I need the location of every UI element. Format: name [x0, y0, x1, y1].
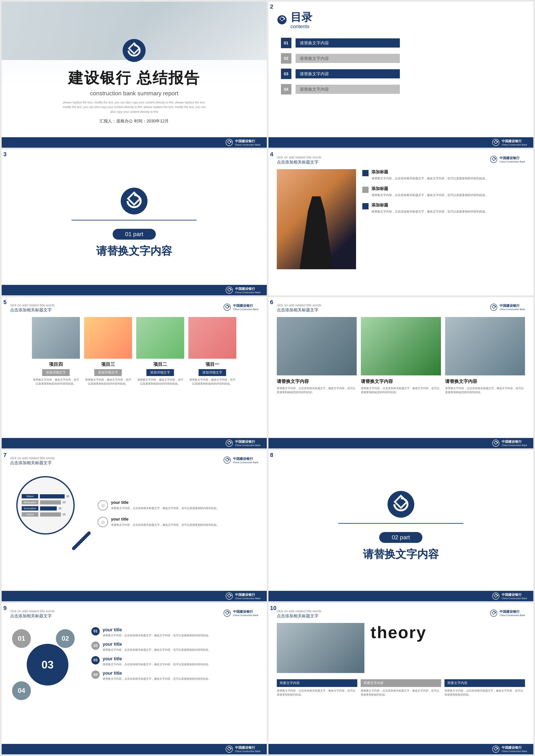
bar-label-motivation: Motivation	[22, 500, 38, 504]
brand-cn: 中国建设银行	[233, 610, 253, 614]
photo-title-1: 请替换文字内容	[277, 378, 357, 384]
slide2-footer: 中国建设银行 China Construction Bank	[268, 137, 534, 148]
block-title-1: 添加标题	[372, 169, 488, 175]
slide1-main-title: 建设银行 总结报告	[68, 68, 200, 88]
slide8-part-title: 请替换文字内容	[363, 547, 439, 562]
circle-center: 03	[27, 644, 69, 686]
slide2-brand: 中国建设银行 China Construction Bank	[492, 139, 527, 146]
brand-cn: 中国建设银行	[499, 610, 520, 614]
brand-cn: 中国建设银行	[502, 745, 521, 750]
content-block-2: 添加标题 请替换文字内容，点击添加相关标题文字，修改文字内容，也可以直接复制的内…	[362, 186, 525, 197]
slide-9: 9 click on add related title words 点击添加相…	[2, 603, 267, 754]
bar-fill-innovation	[40, 506, 57, 511]
photo-card-3: 请替换文字内容 请替换文字内容，点击添加相关标题文字，修改文字内容，也可以直接复…	[445, 317, 525, 394]
project-card-3: 项目三 添加详细文字 请替换文字内容，修改文字内容，也可以直接复制粘贴你的内容到…	[84, 317, 132, 386]
content-block-3: 添加标题 请替换文字内容，点击添加相关标题文字，修改文字内容，也可以直接复制的内…	[362, 202, 525, 214]
silhouette-icon	[296, 196, 337, 269]
slide-1: 建设银行 总结报告 construction bank summary repo…	[2, 2, 267, 148]
brand-en: China Construction Bank	[499, 614, 525, 616]
brand-cn: 中国建设银行	[502, 593, 521, 597]
slide7-brand-footer: 中国建设银行 China Construction Bank	[225, 592, 261, 600]
brand-cn: 中国建设银行	[502, 139, 521, 144]
slide10-brand: 中国建设银行 China Construction Bank	[490, 609, 525, 617]
num-block-1: 01 your title 请替换文字内容，点击添加相关标题文字，修改文字内容，…	[91, 627, 258, 637]
slide9-footer: 中国建设银行 China Construction Bank	[2, 744, 267, 754]
project-desc-2: 请替换文字内容，修改文字内容，也可以直接复制粘贴你的内容到此处。	[136, 378, 184, 386]
ccb-brand-logo-icon	[490, 609, 497, 617]
ccb-brand-logo-icon	[223, 303, 231, 311]
slide4-title-cn: 点击添加相关标题文字	[277, 159, 322, 165]
slide-8: 8 02 part 请替换文字内容 中国建设银行 China Construct…	[268, 450, 534, 601]
project-img-3	[84, 317, 132, 359]
photo-title-2: 请替换文字内容	[361, 378, 441, 384]
project-btn-3: 添加详细文字	[94, 369, 122, 376]
slide9-brand-footer: 中国建设银行 China Construction Bank	[225, 745, 261, 753]
photo-title-3: 请替换文字内容	[445, 378, 525, 384]
slide8-number: 8	[270, 452, 273, 459]
photo-desc-3: 请替换文字内容，点击添加相关标题文字，修改文字内容，也可以直接复制粘贴您的内容到…	[445, 386, 525, 394]
slide1-logo	[122, 38, 147, 64]
magnifier-circle: Vision 30 Motivation 25 Innovation 20 Ac…	[16, 476, 75, 535]
block-desc-2: 请替换文字内容，点击添加相关标题文字，修改文字内容，也可以直接复制的内容到此处。	[372, 193, 488, 197]
slide10-left	[277, 623, 364, 675]
circle-diagram: 03 01 02 04	[10, 627, 85, 702]
content-block-1: 添加标题 请替换文字内容，点击添加相关标题文字，修改文字内容，也可以直接复制的内…	[362, 169, 525, 181]
num-title-2: your title	[103, 641, 211, 647]
photo-card-2: 请替换文字内容 请替换文字内容，点击添加相关标题文字，修改文字内容，也可以直接复…	[361, 317, 441, 394]
ccb-brand-logo-icon	[225, 439, 233, 447]
slide5-projects: 项目四 添加详细文字 请替换文字内容，修改文字内容，也可以直接复制粘贴你的内容到…	[10, 317, 258, 386]
slide4-right-content: 添加标题 请替换文字内容，点击添加相关标题文字，修改文字内容，也可以直接复制的内…	[362, 169, 525, 269]
num-desc-4: 请替换文字内容，点击添加相关标题文字，修改文字内容，也可以直接复制的内容到此处。	[103, 677, 211, 681]
slide-7: 7 click on add related title words 点击添加相…	[2, 450, 267, 601]
slide7-header: click on add related title words 点击添加相关标…	[10, 456, 258, 466]
list-item: 03 请替换文字内容	[281, 69, 525, 79]
slide9-brand: 中国建设银行 China Construction Bank	[223, 609, 258, 617]
slide3-logo-icon	[120, 186, 149, 216]
right-card-title-1: your title	[111, 500, 219, 505]
content-num-02: 02	[281, 53, 291, 64]
ccb-brand-logo-icon	[223, 609, 231, 617]
slide5-title-cn: 点击添加相关标题文字	[10, 307, 55, 313]
num-title-3: your title	[103, 656, 211, 661]
num-desc-1: 请替换文字内容，点击添加相关标题文字，修改文字内容，也可以直接复制的内容到此处。	[103, 633, 211, 637]
slide7-title-cn: 点击添加相关标题文字	[10, 460, 55, 466]
slide2-header: 目录 contents	[277, 10, 525, 29]
brand-en: China Construction Bank	[233, 308, 258, 311]
block-title-3: 添加标题	[372, 202, 488, 208]
slide-5: 5 click on add related title words 点击添加相…	[2, 297, 267, 448]
slide9-header: click on add related title words 点击添加相关标…	[10, 609, 258, 619]
bar-fill-action	[40, 513, 61, 517]
num-desc-2: 请替换文字内容，点击添加相关标题文字，修改文字内容，也可以直接复制的内容到此处。	[103, 648, 211, 652]
meeting-image	[277, 623, 364, 673]
slide2-contents-list: 01 请替换文字内容 02 请替换文字内容 03 请替换文字内容 04 请替换文…	[277, 38, 525, 95]
slide7-right-cards: ◎ your title 请替换文字内容，点击添加相关标题文字，修改文字内容，也…	[98, 500, 258, 527]
ccb-brand-logo-icon	[225, 745, 233, 753]
slide8-brand: 中国建设银行 China Construction Bank	[492, 592, 527, 600]
brand-en: China Construction Bank	[502, 750, 527, 752]
ccb-brand-logo-icon	[490, 303, 497, 311]
slide3-footer: 中国建设银行 China Construction Bank	[2, 285, 267, 295]
slide5-header: click on add related title words 点击添加相关标…	[10, 303, 258, 313]
slide9-right: 01 your title 请替换文字内容，点击添加相关标题文字，修改文字内容，…	[91, 627, 258, 702]
content-num-01: 01	[281, 38, 291, 48]
project-btn-1: 添加详细文字	[199, 369, 226, 376]
project-card-1: 项目一 添加详细文字 请替换文字内容，修改文字内容，也可以直接复制粘贴你的内容到…	[188, 317, 236, 386]
bar-label-vision: Vision	[22, 494, 38, 498]
brand-en: China Construction Bank	[235, 750, 261, 752]
brand-en: China Construction Bank	[499, 160, 525, 163]
photo-img-3	[445, 317, 525, 376]
slide3-brand: 中国建设银行 China Construction Bank	[225, 286, 261, 294]
project-desc-1: 请替换文字内容，修改文字内容，也可以直接复制粘贴你的内容到此处。	[188, 378, 236, 386]
slide4-header: click on add related title words 点击添加相关标…	[277, 155, 525, 165]
slide5-number: 5	[3, 299, 7, 305]
slide10-footer: 中国建设银行 China Construction Bank	[268, 744, 534, 754]
brand-en: China Construction Bank	[502, 144, 527, 146]
slide8-part-label: 02 part	[379, 532, 422, 543]
slide1-reporter: 汇报人：道格办公 时间：2030年12月	[99, 118, 169, 124]
project-img-4	[32, 317, 80, 359]
content-bar-03: 请替换文字内容	[296, 69, 400, 78]
ccb-brand-logo-icon	[492, 439, 499, 447]
slide-3: 3 01 part 请替换文字内容 中国建设银行 China Construct…	[2, 149, 267, 295]
slide1-brand: 中国建设银行 China Construction Bank	[225, 139, 261, 146]
brand-en: China Construction Bank	[233, 614, 258, 616]
